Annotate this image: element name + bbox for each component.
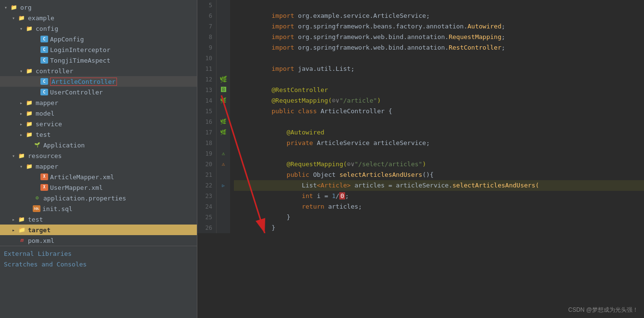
tree-label: service <box>36 120 62 128</box>
tree-ArticleMapper[interactable]: ArticleMapper.xml <box>0 172 197 182</box>
class-icon <box>40 78 48 85</box>
tree-TongjiTimeAspect[interactable]: TongjiTimeAspect <box>0 55 197 66</box>
tree-label: config <box>36 25 58 32</box>
tree-LoginInterceptor[interactable]: LoginInterceptor <box>0 44 197 55</box>
gutter-16: 🌿 <box>217 117 230 127</box>
tree-UserController[interactable]: UserController <box>0 87 197 97</box>
maven-icon <box>17 237 26 244</box>
tree-label: model <box>36 110 54 117</box>
tree-label: test <box>28 216 43 223</box>
gutter-9 <box>217 42 230 53</box>
tree-org[interactable]: org <box>0 2 197 13</box>
gutter-11 <box>217 64 230 74</box>
external-libraries[interactable]: External Libraries <box>0 248 197 259</box>
gutter-10 <box>217 53 230 64</box>
gutter-12: 🌿 <box>217 74 230 85</box>
tree-model[interactable]: model <box>0 108 197 119</box>
expand-arrow <box>10 227 17 233</box>
tree-target[interactable]: 📁 target <box>0 225 197 235</box>
gutter-26 <box>217 223 230 233</box>
code-line-12: @RestController <box>234 74 644 85</box>
tree-Application[interactable]: Application <box>0 140 197 150</box>
tree-controller[interactable]: controller <box>0 66 197 76</box>
expand-arrow <box>17 68 25 74</box>
props-icon <box>33 194 41 202</box>
folder-icon <box>25 25 34 32</box>
tree-AppConfig[interactable]: AppConfig <box>0 34 197 44</box>
tree-config[interactable]: config <box>0 23 197 34</box>
folder-icon <box>17 152 26 159</box>
tree-service[interactable]: service <box>0 119 197 129</box>
tree-label: test <box>36 131 51 138</box>
code-text[interactable]: import org.example.service.ArticleServic… <box>230 0 644 233</box>
tree-label: ArticleMapper.xml <box>50 173 114 181</box>
gutter-5 <box>217 0 230 11</box>
tree-label: AppConfig <box>50 36 84 43</box>
folder-icon: 📁 <box>17 226 26 234</box>
gutter-22: ▷ <box>217 180 230 191</box>
gutter-24 <box>217 201 230 212</box>
tree-resources-mapper[interactable]: mapper <box>0 161 197 172</box>
gutter-23 <box>217 191 230 201</box>
tree-UserMapper[interactable]: UserMapper.xml <box>0 182 197 193</box>
tree-label: resources <box>28 152 62 159</box>
tree-label: UserController <box>50 89 103 96</box>
tree-test[interactable]: test <box>0 214 197 225</box>
tree-test-src[interactable]: test <box>0 129 197 140</box>
tree-resources[interactable]: resources <box>0 150 197 161</box>
folder-icon <box>17 14 26 22</box>
tree-label: controller <box>36 67 73 75</box>
code-line-10: import java.util.List; <box>234 53 644 64</box>
expand-arrow <box>17 132 25 137</box>
gutter-8 <box>217 32 230 42</box>
gutter-13: 🅱 <box>217 85 230 95</box>
tree-label: TongjiTimeAspect <box>50 57 110 64</box>
spring-icon <box>33 141 41 149</box>
class-icon <box>40 57 48 64</box>
folder-icon <box>10 3 18 11</box>
gutter: 🌿 🅱 🌿 🌿 🌿 ⚠ ⚠ ▷ <box>217 0 230 233</box>
tree-init-sql[interactable]: init.sql <box>0 203 197 214</box>
tree-label: Application <box>43 142 85 149</box>
gutter-19: ⚠ <box>217 148 230 159</box>
tree-ArticleController[interactable]: ArticleController <box>0 76 197 87</box>
gutter-14: 🌿 <box>217 95 230 106</box>
folder-icon <box>25 109 34 117</box>
gutter-25 <box>217 212 230 223</box>
expand-arrow <box>10 15 17 21</box>
expand-arrow <box>17 121 25 127</box>
tree-mapper[interactable]: mapper <box>0 97 197 108</box>
expand-arrow <box>17 26 25 31</box>
tree-label: UserMapper.xml <box>50 184 103 191</box>
folder-icon <box>25 67 34 75</box>
tree-label: pom.xml <box>28 237 54 244</box>
tree-application-properties[interactable]: application.properties <box>0 193 197 203</box>
tree-example[interactable]: example <box>0 13 197 23</box>
expand-arrow <box>17 111 25 116</box>
gutter-15 <box>217 106 230 117</box>
expand-arrow <box>17 164 25 169</box>
gutter-21 <box>217 170 230 180</box>
tree-label: mapper <box>36 99 58 106</box>
gutter-17: 🌿 <box>217 127 230 138</box>
sql-icon <box>33 205 40 212</box>
scratches-label: Scratches and Consoles <box>4 261 87 268</box>
code-line-25: } <box>234 212 644 223</box>
code-line-19: @RequestMapping(⊙∨"/select/articles") <box>234 148 644 159</box>
file-tree[interactable]: org example config AppConfig LoginInterc… <box>0 0 197 318</box>
expand-arrow <box>10 217 17 222</box>
code-content: 5 6 7 8 9 10 11 12 13 14 15 16 17 18 19 … <box>197 0 644 233</box>
folder-icon <box>25 99 34 106</box>
gutter-20: ⚠ <box>217 159 230 170</box>
gutter-6 <box>217 11 230 21</box>
scratches-consoles[interactable]: Scratches and Consoles <box>0 259 197 269</box>
tree-label: application.properties <box>43 195 126 202</box>
tree-label: example <box>28 14 54 22</box>
code-editor[interactable]: 5 6 7 8 9 10 11 12 13 14 15 16 17 18 19 … <box>197 0 644 318</box>
tree-label: LoginInterceptor <box>50 46 110 53</box>
tree-label: ArticleController <box>50 78 117 86</box>
tree-label: target <box>28 226 51 234</box>
xml-icon <box>40 184 48 191</box>
folder-icon <box>25 131 34 138</box>
tree-pom[interactable]: pom.xml <box>0 235 197 246</box>
